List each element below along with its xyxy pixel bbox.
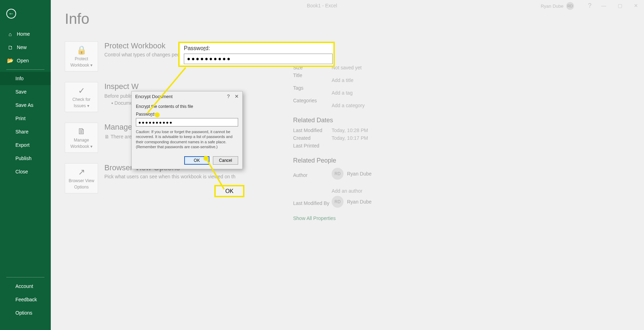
sidebar-item-home[interactable]: ⌂Home [0, 27, 51, 41]
sidebar-item-label: Save [15, 89, 27, 95]
related-people-heading: Related People [293, 157, 468, 164]
dialog-close-button[interactable]: ✕ [235, 94, 239, 99]
prop-label-title: Title [293, 73, 332, 83]
button-line1: Browser View [69, 178, 94, 183]
prop-value-created: Today, 10:17 PM [332, 135, 368, 141]
prop-value-title[interactable]: Add a title [332, 77, 353, 83]
button-line2: Issues ▾ [74, 103, 89, 108]
manage-workbook-button[interactable]: 🗎 Manage Workbook ▾ [65, 123, 98, 153]
check-for-issues-button[interactable]: ✓ Check for Issues ▾ [65, 82, 98, 112]
dialog-title: Encrypt Document [135, 94, 173, 99]
related-dates-heading: Related Dates [293, 117, 468, 124]
button-line1: Protect [75, 56, 88, 61]
protect-workbook-button[interactable]: 🔒 Protect Workbook ▾ [65, 41, 98, 71]
sidebar-item-label: Save As [15, 102, 33, 108]
sidebar-item-close[interactable]: Close [0, 165, 51, 178]
callout-password-input [184, 54, 333, 64]
prop-value-size: Not saved yet [332, 65, 362, 70]
home-icon: ⌂ [7, 31, 13, 37]
sidebar-item-label: Close [15, 169, 28, 174]
sidebar-item-print[interactable]: Print [0, 112, 51, 125]
avatar-icon: RD [332, 196, 344, 208]
callout-password: Password: [178, 42, 335, 67]
author-name: Ryan Dube [347, 171, 372, 177]
lastmodby-person[interactable]: RD Ryan Dube [332, 196, 372, 208]
add-author-link[interactable]: Add an author [332, 188, 362, 194]
button-line1: Manage [74, 138, 89, 143]
sidebar-item-label: Feedback [15, 297, 37, 302]
page-title: Info [65, 11, 630, 27]
check-icon: ✓ [78, 86, 85, 96]
sidebar-item-label: Publish [15, 156, 32, 161]
sidebar-item-options[interactable]: Options [0, 306, 51, 319]
section-heading: Inspect W [104, 82, 139, 91]
lastmodby-name: Ryan Dube [347, 199, 372, 205]
callout-dot [203, 156, 208, 161]
sidebar-item-label: New [17, 44, 27, 50]
sidebar-item-label: Account [15, 283, 33, 289]
prop-label-author: Author [293, 172, 332, 178]
sidebar-item-info[interactable]: Info [0, 72, 51, 85]
prop-label-created: Created [293, 135, 332, 141]
sidebar-item-label: Export [15, 142, 29, 148]
sidebar-separator [6, 69, 44, 70]
callout-ok-label: OK [225, 188, 233, 194]
prop-value-lastmod: Today, 10:28 PM [332, 128, 368, 133]
prop-label-tags: Tags [293, 85, 332, 96]
button-line2: Options [74, 185, 89, 190]
author-person[interactable]: RD Ryan Dube [332, 168, 372, 180]
caution-text: Caution: If you lose or forget the passw… [136, 129, 238, 149]
browser-icon: ↗ [78, 167, 85, 177]
open-icon: 📂 [7, 57, 13, 64]
dialog-help-button[interactable]: ? [227, 94, 230, 99]
prop-label-lastmod: Last Modified [293, 128, 332, 133]
button-line2: Workbook ▾ [70, 144, 92, 149]
sidebar-item-label: Options [15, 310, 32, 316]
password-label: Password: [136, 112, 238, 117]
prop-label-categories: Categories [293, 98, 332, 108]
browser-view-options-button[interactable]: ↗ Browser View Options [65, 163, 98, 193]
prop-value-tags[interactable]: Add a tag [332, 90, 353, 96]
sidebar-item-new[interactable]: 🗋New [0, 41, 51, 54]
sidebar-item-label: Home [17, 31, 30, 37]
new-icon: 🗋 [7, 44, 13, 50]
document-icon: 🗎 [77, 126, 86, 136]
sidebar-item-label: Info [15, 76, 23, 81]
sidebar-item-open[interactable]: 📂Open [0, 54, 51, 67]
callout-password-label: Password: [184, 45, 329, 51]
sidebar-item-feedback[interactable]: Feedback [0, 293, 51, 306]
back-button[interactable]: ← [0, 0, 51, 27]
sidebar-item-saveas[interactable]: Save As [0, 98, 51, 112]
backstage-sidebar: ← ⌂Home 🗋New 📂Open Info Save Save As Pri… [0, 0, 51, 330]
sidebar-item-publish[interactable]: Publish [0, 152, 51, 165]
back-arrow-icon: ← [6, 9, 16, 19]
lock-icon: 🔒 [76, 45, 87, 55]
sidebar-item-share[interactable]: Share [0, 125, 51, 138]
sidebar-item-label: Print [15, 116, 26, 121]
password-input[interactable] [136, 118, 238, 126]
callout-ok: OK [214, 185, 244, 197]
sidebar-item-export[interactable]: Export [0, 138, 51, 152]
sidebar-item-save[interactable]: Save [0, 85, 51, 98]
encrypt-document-dialog: Encrypt Document ? ✕ Encrypt the content… [131, 91, 243, 169]
sidebar-item-label: Open [17, 58, 29, 63]
prop-value-categories[interactable]: Add a category [332, 103, 365, 108]
section-description: There are [111, 134, 132, 139]
button-line1: Check for [72, 97, 90, 102]
button-line2: Workbook ▾ [70, 63, 92, 68]
callout-dot [155, 112, 160, 117]
sidebar-separator [6, 277, 44, 277]
version-icon: 🗎 [104, 134, 111, 139]
avatar-icon: RD [332, 168, 344, 180]
cancel-button[interactable]: Cancel [213, 156, 238, 165]
show-all-properties-link[interactable]: Show All Properties [293, 215, 468, 221]
sidebar-item-account[interactable]: Account [0, 280, 51, 293]
sidebar-item-label: Share [15, 129, 28, 135]
prop-label-lastprint: Last Printed [293, 143, 332, 149]
properties-panel: SizeNot saved yet TitleAdd a title TagsA… [293, 65, 468, 221]
prop-label-lastmodby: Last Modified By [293, 200, 332, 206]
